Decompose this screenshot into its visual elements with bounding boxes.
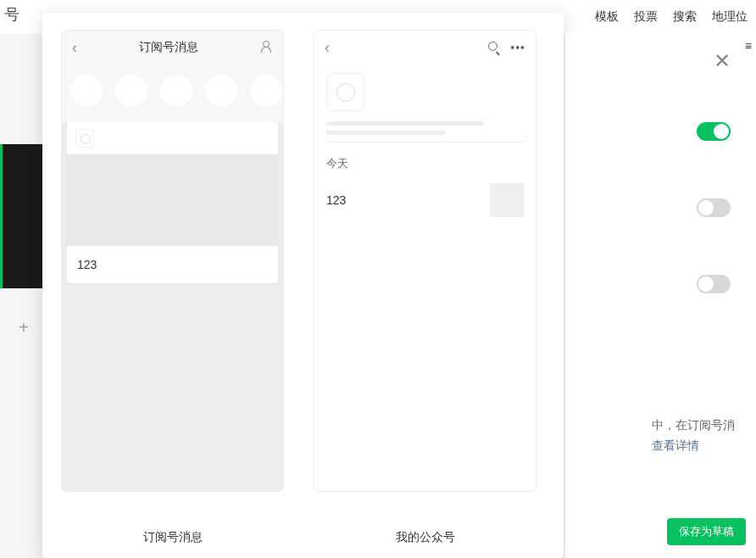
phone2-header: ‹ ••• <box>314 31 536 64</box>
article-thumbnail <box>490 183 524 217</box>
article-row[interactable]: 123 <box>326 183 524 217</box>
story-avatar[interactable] <box>115 75 147 107</box>
stories-row <box>62 64 283 122</box>
toggles-group <box>582 122 739 293</box>
back-icon[interactable]: ‹ <box>325 39 330 57</box>
divider <box>326 142 524 142</box>
skeleton-line <box>326 131 445 135</box>
toggle-2[interactable] <box>697 198 731 217</box>
menu-icon[interactable]: ≡ <box>745 39 752 53</box>
search-icon[interactable] <box>488 42 500 53</box>
account-header <box>314 64 536 146</box>
card-cover-image <box>67 154 278 246</box>
account-avatar-large <box>326 73 364 111</box>
subscription-preview: ‹ 订阅号消息 123 <box>61 30 284 492</box>
account-preview: ‹ ••• 今天 <box>314 30 536 492</box>
message-card[interactable]: 123 <box>67 122 278 283</box>
phone1-body: 123 <box>62 122 283 491</box>
view-details-link[interactable]: 查看详情 <box>652 438 699 452</box>
article-title: 123 <box>326 193 346 207</box>
toggle-3[interactable] <box>697 275 731 293</box>
card-header <box>67 122 278 154</box>
phone2-body: 今天 123 <box>314 64 536 491</box>
save-draft-button[interactable]: 保存为草稿 <box>667 518 746 545</box>
phone1-title: 订阅号消息 <box>139 40 198 55</box>
preview1-label: 订阅号消息 <box>61 530 284 545</box>
phone1-header: ‹ 订阅号消息 <box>62 31 283 64</box>
close-icon[interactable]: ✕ <box>714 49 731 73</box>
preview2-label: 我的公众号 <box>314 530 536 545</box>
info-text: 中，在订阅号消 查看详情 <box>652 416 735 456</box>
preview-modal: ‹ 订阅号消息 123 <box>42 13 564 558</box>
article-section: 今天 123 <box>314 146 536 227</box>
story-avatar[interactable] <box>250 75 282 107</box>
date-label: 今天 <box>326 156 524 171</box>
story-avatar[interactable] <box>70 75 103 107</box>
account-avatar <box>75 129 94 148</box>
skeleton-line <box>326 121 484 126</box>
more-icon[interactable]: ••• <box>510 41 525 54</box>
back-icon[interactable]: ‹ <box>72 39 77 57</box>
story-avatar[interactable] <box>160 75 192 107</box>
header-right: ••• <box>488 41 525 54</box>
previews-container: ‹ 订阅号消息 123 <box>61 30 545 515</box>
card-title: 123 <box>67 246 278 283</box>
preview-labels: 订阅号消息 我的公众号 <box>61 530 545 545</box>
story-avatar[interactable] <box>205 75 237 107</box>
side-panel: ≡ ✕ 中，在订阅号消 查看详情 <box>565 32 756 558</box>
toggle-1[interactable] <box>697 122 731 141</box>
person-icon[interactable] <box>259 41 273 54</box>
info-line: 中，在订阅号消 <box>652 418 735 432</box>
